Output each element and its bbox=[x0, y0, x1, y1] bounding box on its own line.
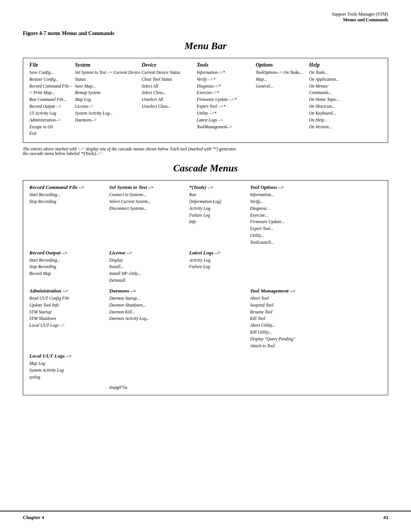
cascade-sel-system-items: Connect to Systems... Select Current Sys… bbox=[109, 192, 185, 212]
figure-heading: Figure 4-7 mstm Menus and Commands bbox=[23, 30, 388, 37]
footer-page: 43 bbox=[383, 514, 388, 521]
menu-col-system-header: System bbox=[75, 62, 142, 68]
menu-col-options-items: ToolOptions–> On Tasks... Map... General… bbox=[256, 69, 309, 89]
header-title: Support Tools Manager (STM) bbox=[331, 11, 388, 17]
menu-bar-row: File Save Config... Restore Config... Re… bbox=[29, 62, 382, 137]
cascade-tools-header: *(Tools) –> bbox=[189, 184, 246, 190]
cascade-latest-logs: Latest Logs –> Activity Log Failure Log bbox=[189, 250, 250, 271]
cascade-local-uut-logs-items: Map Log System Activity Log syslog bbox=[29, 360, 105, 380]
cascade-tool-management-header: Tool Management –> bbox=[250, 288, 330, 294]
cascade-record-output: Record Output –> Start Recording... Stop… bbox=[29, 250, 109, 277]
menu-col-help: Help On Tasks... On Application... On Me… bbox=[309, 62, 355, 130]
footer: Chapter 4 43 bbox=[0, 511, 411, 521]
cascade-record-command-file-items: Start Recording... Stop Recording bbox=[29, 192, 105, 205]
cascade-mspg-col: mspg075a bbox=[109, 353, 189, 390]
cascade-daemons: Daemons –> Daemon Starup... Daemon Shutd… bbox=[109, 288, 189, 322]
cascade-record-command-file: Record Command File –> Start Recording..… bbox=[29, 184, 109, 205]
cascade-administration-header: Administration –> bbox=[29, 288, 105, 294]
menu-col-device: Device Current Device Status Clear Tool … bbox=[142, 62, 197, 110]
menu-col-device-header: Device bbox=[142, 62, 197, 68]
menu-col-tools-items: Information–>* Verify –>* Diagnose–>* Ex… bbox=[197, 69, 256, 130]
cascade-menus-section: Record Command File –> Start Recording..… bbox=[23, 180, 388, 395]
menu-col-help-header: Help bbox=[309, 62, 355, 68]
cascade-tool-options-items: Information... Verify... Diagnose... Exe… bbox=[250, 192, 330, 246]
cascade-sel-system-to-test: Sel System to Test –> Connect to Systems… bbox=[109, 184, 189, 212]
page-header: Support Tools Manager (STM) Menus and Co… bbox=[331, 11, 388, 23]
menu-col-file-items: Save Config... Restore Config... Record … bbox=[29, 69, 75, 137]
menu-col-device-items: Current Device Status Clear Tool Status … bbox=[142, 69, 197, 110]
menu-col-system-items: Sel System to Test –> Current Device Sta… bbox=[75, 69, 142, 124]
cascade-local-uut-logs: Local UUT Logs –> Map Log System Activit… bbox=[29, 353, 109, 380]
cascade-latest-logs-items: Activity Log Failure Log bbox=[189, 257, 246, 271]
cascade-record-command-file-header: Record Command File –> bbox=[29, 184, 105, 190]
cascade-tool-options-header: Tool Options –> bbox=[250, 184, 330, 190]
menu-col-tools-header: Tools bbox=[197, 62, 256, 68]
cascade-tools-items: Run [Information Log] Activity Log Failu… bbox=[189, 192, 246, 225]
cascade-license-items: Display Install... Install HP–Only... De… bbox=[109, 257, 185, 284]
cascade-tools: *(Tools) –> Run [Information Log] Activi… bbox=[189, 184, 250, 225]
cascade-sel-system-header: Sel System to Test –> bbox=[109, 184, 185, 190]
mspg-label: mspg075a bbox=[109, 385, 189, 390]
menu-col-help-items: On Tasks... On Application... On Menus/ … bbox=[309, 69, 355, 130]
cascade-license-header: License –> bbox=[109, 250, 185, 256]
cascade-latest-logs-header: Latest Logs –> bbox=[189, 250, 246, 256]
menu-bar-section: File Save Config... Restore Config... Re… bbox=[23, 58, 388, 143]
footer-chapter: Chapter 4 bbox=[23, 514, 44, 521]
page: Support Tools Manager (STM) Menus and Co… bbox=[0, 0, 411, 532]
cascade-administration-items: Read UUT Config File Update Tool Info ST… bbox=[29, 295, 105, 329]
header-subtitle: Menus and Commands bbox=[331, 17, 388, 23]
menu-col-tools: Tools Information–>* Verify –>* Diagnose… bbox=[197, 62, 256, 130]
cascade-tool-management: Tool Management –> Abort Tool Suspend To… bbox=[250, 288, 334, 350]
cascade-tool-options: Tool Options –> Information... Verify...… bbox=[250, 184, 334, 246]
menu-col-options: Options ToolOptions–> On Tasks... Map...… bbox=[256, 62, 309, 89]
cascade-menus-title: Cascade Menus bbox=[23, 163, 388, 174]
cascade-administration: Administration –> Read UUT Config File U… bbox=[29, 288, 109, 329]
cascade-tool-management-items: Abort Tool Suspend Tool Resume Tool Kill… bbox=[250, 295, 330, 350]
cascade-license: License –> Display Install... Install HP… bbox=[109, 250, 189, 284]
cascade-record-output-header: Record Output –> bbox=[29, 250, 105, 256]
menu-col-file-header: File bbox=[29, 62, 75, 68]
cascade-daemons-items: Daemon Starup... Daemon Shutdown... Daem… bbox=[109, 295, 185, 322]
cascade-local-uut-logs-header: Local UUT Logs –> bbox=[29, 353, 105, 359]
menu-col-system: System Sel System to Test –> Current Dev… bbox=[75, 62, 142, 124]
cascade-record-output-items: Start Recording... Stop Recording Record… bbox=[29, 257, 105, 277]
menu-col-file: File Save Config... Restore Config... Re… bbox=[29, 62, 75, 137]
menu-bar-title: Menu Bar bbox=[23, 40, 388, 52]
cascade-daemons-header: Daemons –> bbox=[109, 288, 185, 294]
menu-bar-note: The entries above marked with '–>' displ… bbox=[23, 147, 388, 156]
menu-col-options-header: Options bbox=[256, 62, 309, 68]
